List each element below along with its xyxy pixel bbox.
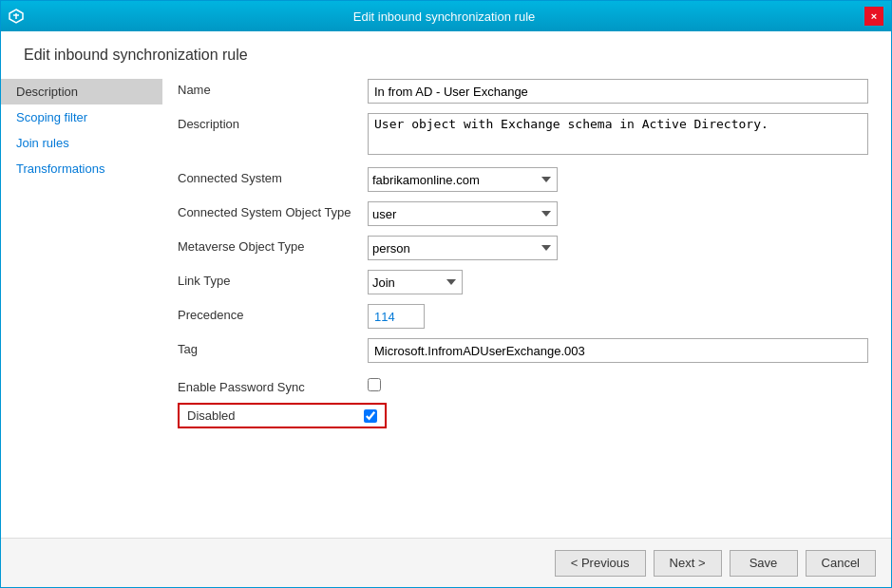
disabled-row-container: Disabled [178,403,868,428]
metaverse-object-type-row: Metaverse Object Type person [178,236,868,260]
connected-system-object-type-label: Connected System Object Type [178,201,368,219]
connected-system-control: fabrikamonline.com [368,167,868,192]
connected-system-object-type-select[interactable]: user [368,201,558,226]
save-button[interactable]: Save [730,550,798,577]
tag-input[interactable] [368,338,868,363]
enable-password-sync-checkbox[interactable] [368,378,381,391]
footer: < Previous Next > Save Cancel [1,538,891,587]
description-label: Description [178,113,368,131]
enable-password-sync-row: Enable Password Sync [178,372,868,397]
sidebar-item-transformations[interactable]: Transformations [1,156,162,181]
name-label: Name [178,79,368,97]
precedence-control [368,304,868,329]
connected-system-object-type-control: user [368,201,868,226]
link-type-row: Link Type Join [178,270,868,294]
enable-password-sync-label: Enable Password Sync [178,376,368,394]
window-icon [9,9,24,24]
next-button[interactable]: Next > [654,550,722,577]
metaverse-object-type-control: person [368,236,868,260]
sidebar-item-description[interactable]: Description [1,79,162,104]
name-input[interactable] [368,79,868,104]
connected-system-object-type-row: Connected System Object Type user [178,201,868,226]
previous-button[interactable]: < Previous [555,550,646,577]
connected-system-label: Connected System [178,167,368,185]
link-type-select[interactable]: Join [368,270,463,294]
precedence-row: Precedence [178,304,868,329]
link-type-label: Link Type [178,270,368,288]
main-window: Edit inbound synchronization rule × Edit… [0,0,892,588]
close-button[interactable]: × [864,7,883,26]
tag-label: Tag [178,338,368,356]
disabled-checkbox[interactable] [364,409,377,423]
metaverse-object-type-label: Metaverse Object Type [178,236,368,254]
connected-system-select[interactable]: fabrikamonline.com [368,167,558,192]
disabled-row: Disabled [178,403,387,428]
cancel-button[interactable]: Cancel [806,550,876,577]
title-bar-text: Edit inbound synchronization rule [24,9,864,24]
metaverse-object-type-select[interactable]: person [368,236,558,260]
main-container: Edit inbound synchronization rule Descri… [1,31,891,587]
form-area: Name Description Connected System [162,71,891,538]
description-textarea[interactable] [368,113,868,155]
page-heading: Edit inbound synchronization rule [1,31,891,71]
link-type-control: Join [368,270,868,294]
tag-control [368,338,868,363]
name-row: Name [178,79,868,104]
connected-system-row: Connected System fabrikamonline.com [178,167,868,192]
body-area: Description Scoping filter Join rules Tr… [1,71,891,538]
tag-row: Tag [178,338,868,363]
precedence-label: Precedence [178,304,368,322]
description-control [368,113,868,158]
sidebar: Description Scoping filter Join rules Tr… [1,71,162,538]
disabled-label: Disabled [187,408,364,423]
enable-password-sync-control [368,372,381,397]
description-row: Description [178,113,868,158]
sidebar-item-scoping-filter[interactable]: Scoping filter [1,104,162,130]
title-bar: Edit inbound synchronization rule × [1,1,891,31]
name-control [368,79,868,104]
sidebar-item-join-rules[interactable]: Join rules [1,130,162,156]
precedence-input[interactable] [368,304,425,329]
